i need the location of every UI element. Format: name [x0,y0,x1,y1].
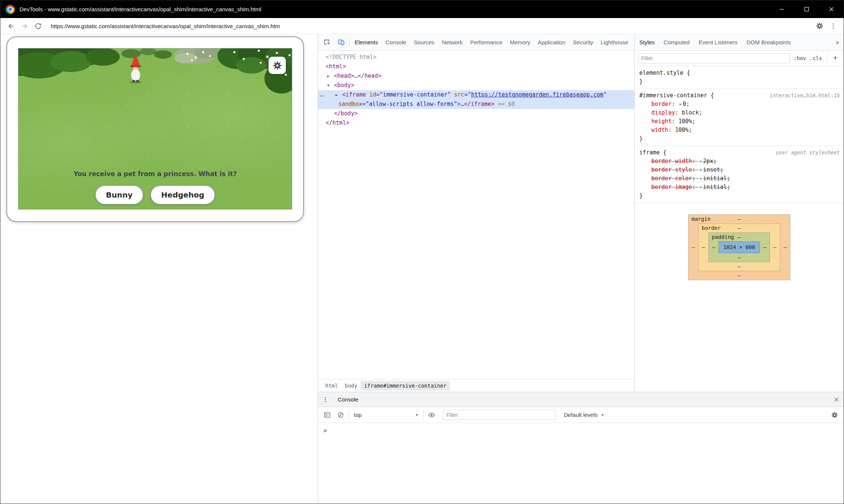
settings-gear-button[interactable] [813,19,826,33]
hedgehog-button[interactable]: Hedgehog [150,185,215,205]
user-agent-stylesheet-label: user agent stylesheet [772,148,840,157]
expand-shorthand-icon[interactable]: ▶ [679,100,681,109]
rule-selector[interactable]: #immersive-container { [639,91,714,100]
css-property-width[interactable]: width: 100%; [639,126,840,134]
element-style-rule[interactable]: element.style { } [635,66,844,89]
expand-shorthand-icon[interactable]: ▶ [700,157,702,166]
console-filter-input[interactable] [443,410,556,420]
menu-kebab-button[interactable] [826,19,840,33]
maximize-button[interactable] [794,0,819,18]
tab-event-listeners[interactable]: Event Listeners [694,39,742,45]
window-titlebar: DevTools - www.gstatic.com/assistant/int… [0,0,844,18]
chevron-down-icon: ▼ [415,413,418,417]
log-levels-select[interactable]: Default levels ▼ [564,412,604,418]
collapse-icon[interactable]: ▼ [327,81,334,90]
tab-elements[interactable]: Elements [351,34,382,51]
tab-network[interactable]: Network [438,34,467,51]
game-settings-button[interactable] [269,57,286,74]
console-sidebar-button[interactable] [320,408,334,422]
expand-shorthand-icon[interactable]: ▶ [700,166,702,174]
bunny-button[interactable]: Bunny [95,185,143,205]
pseudo-state-toggle[interactable]: :hov [793,55,806,61]
styles-filter-input[interactable] [638,53,790,63]
iframe-node-selected-wrap[interactable]: sandbox="allow-scripts allow-forms">…</i… [318,100,634,109]
expand-icon[interactable]: ▶ [335,90,342,100]
breadcrumb-html[interactable]: html [322,381,341,391]
tab-performance[interactable]: Performance [467,34,506,51]
browser-toolbar: https://www.gstatic.com/assistant/intera… [0,18,844,34]
body-node[interactable]: ▼<body> [318,81,634,90]
tab-memory[interactable]: Memory [506,34,534,51]
body-close-node[interactable]: </body> [318,109,634,118]
elements-panel: Elements Console Sources Network Perform… [318,34,634,392]
html-node[interactable]: <html> [318,62,634,71]
garden-bushes [18,48,292,105]
forward-button[interactable] [18,19,31,33]
kebab-icon [322,396,329,403]
device-frame: You receive a pet from a princess. What … [6,36,304,222]
back-button[interactable] [4,19,18,33]
drawer-tab-console[interactable]: Console [332,392,364,407]
rule-selector[interactable]: iframe { [639,148,666,157]
stylesheet-source-link[interactable]: interactive…him.html:15 [766,91,840,100]
element-class-toggle[interactable]: .cls [809,55,822,61]
devtools-window: DevTools - www.gstatic.com/assistant/int… [0,0,844,504]
live-expression-eye-button[interactable] [425,408,438,422]
address-bar[interactable]: https://www.gstatic.com/assistant/intera… [51,23,280,29]
css-property-height[interactable]: height: 100%; [639,117,840,126]
tab-sources[interactable]: Sources [410,34,438,51]
gear-icon [831,411,838,419]
css-property-border-image[interactable]: border-image: ▶initial; [639,183,840,192]
more-tabs-icon[interactable]: » [831,39,844,46]
breadcrumb-body[interactable]: body [341,381,361,391]
console-prompt[interactable]: > [318,423,844,434]
window-controls [769,0,844,18]
dom-more-actions-icon[interactable]: … [320,90,324,100]
close-button[interactable] [819,0,844,18]
css-property-border[interactable]: border: ▶0; [639,100,840,109]
immersive-container-rule[interactable]: #immersive-container {interactive…him.ht… [635,89,844,146]
prompt-chevron-icon: > [323,427,327,434]
iframe-ua-rule[interactable]: iframe {user agent stylesheet border-wid… [635,146,844,203]
tab-dom-breakpoints[interactable]: DOM Breakpoints [742,39,795,45]
breadcrumb-iframe[interactable]: iframe#immersive-container [361,381,450,391]
device-toolbar-button[interactable] [334,34,348,51]
garden-gnome [127,52,144,85]
iframe-node-selected[interactable]: …▶<iframe id="immersive-container" src="… [318,90,634,100]
css-property-border-style[interactable]: border-style: ▶inset; [639,166,840,174]
styles-sidebar: Styles Computed Event Listeners DOM Brea… [634,34,844,392]
inspected-page: You receive a pet from a princess. What … [0,34,318,504]
expand-shorthand-icon[interactable]: ▶ [700,183,702,192]
console-drawer: Console top ▼ Default levels ▼ [318,392,844,504]
tab-security[interactable]: Security [569,34,597,51]
tab-styles[interactable]: Styles [635,39,659,45]
drawer-close-button[interactable] [829,392,844,407]
inspect-icon [323,38,331,46]
expand-shorthand-icon[interactable]: ▶ [700,174,702,183]
execution-context-select[interactable]: top ▼ [350,412,422,418]
tab-computed[interactable]: Computed [659,39,694,45]
tab-console[interactable]: Console [382,34,410,51]
console-settings-button[interactable] [828,408,841,422]
tab-application[interactable]: Application [534,34,569,51]
css-property-border-width[interactable]: border-width: ▶2px; [639,157,840,166]
iframe-src-link[interactable]: https://testgnomegarden.firebaseapp.com [471,91,603,98]
reload-button[interactable] [31,19,45,33]
rule-selector[interactable]: element.style { [639,69,690,77]
box-model-content: 1024 × 600 [719,241,760,253]
clear-console-button[interactable] [334,408,347,422]
drawer-menu-kebab-button[interactable] [318,392,332,407]
doctype-node[interactable]: <!DOCTYPE html> [318,53,634,62]
new-style-rule-icon[interactable]: + [832,53,841,63]
css-property-display[interactable]: display: block; [639,109,840,117]
tab-lighthouse[interactable]: Lighthouse [597,34,632,51]
html-close-node[interactable]: </html> [318,118,634,128]
head-node[interactable]: ▶<head>…</head> [318,71,634,81]
minimize-button[interactable] [769,0,794,18]
dom-breadcrumbs: html body iframe#immersive-container [318,379,634,392]
expand-icon[interactable]: ▶ [327,71,334,81]
devtools-panel: Elements Console Sources Network Perform… [318,34,844,504]
css-property-border-color[interactable]: border-color: ▶initial; [639,174,840,183]
inspect-element-button[interactable] [320,34,334,51]
box-model-padding: padding– – 1024 × 600 – – [708,232,770,262]
